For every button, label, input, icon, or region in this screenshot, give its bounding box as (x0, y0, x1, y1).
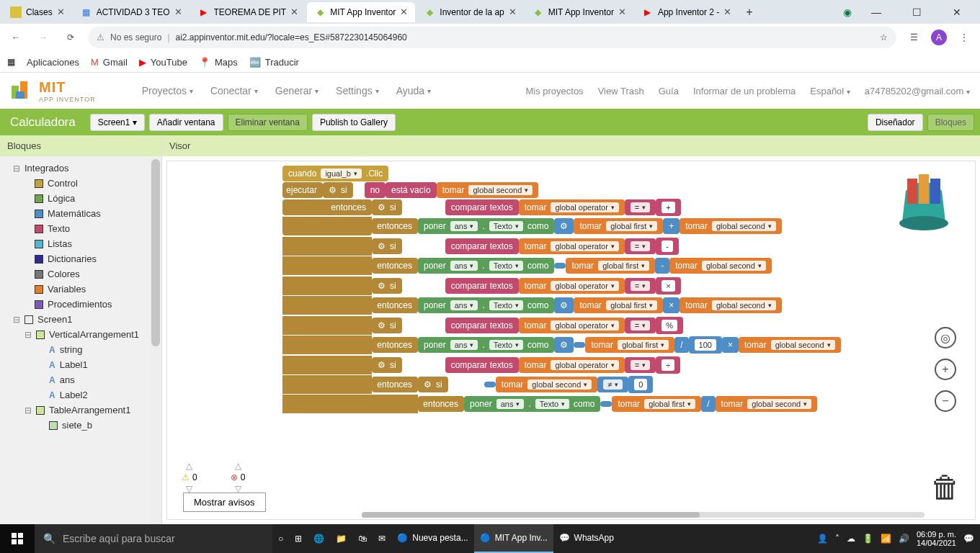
tree-ta[interactable]: ⊟TableArrangement1 (3, 403, 159, 418)
block-if[interactable]: ⚙ si (372, 278, 402, 294)
block-get[interactable]: tomar global operator (519, 278, 625, 294)
tab-mit-active[interactable]: ◆MIT App Inventor✕ (307, 2, 415, 22)
block-get[interactable]: tomar global operator (519, 238, 625, 254)
block-get[interactable]: tomar global second (437, 182, 539, 198)
block-then[interactable]: entonces (372, 218, 418, 234)
cat-logica[interactable]: Lógica (3, 191, 159, 206)
block-cmp[interactable] (484, 382, 496, 387)
reload-button[interactable]: ⟳ (61, 27, 81, 48)
tray-up-icon[interactable]: ˄ (835, 534, 839, 544)
menu-button[interactable]: ⋮ (954, 27, 974, 48)
block-math[interactable]: ⚙ (554, 218, 574, 234)
screen-select[interactable]: Screen1 ▾ (90, 114, 145, 131)
tray-notifications-icon[interactable]: 💬 (963, 534, 974, 544)
mit-logo[interactable]: MITAPP INVENTOR (10, 78, 96, 103)
block-math[interactable] (600, 401, 612, 407)
cat-proc[interactable]: Procedimientos (3, 297, 159, 312)
block-eq[interactable]: = (625, 199, 656, 215)
gear-icon[interactable]: ⚙ (329, 185, 337, 195)
tray-volume-icon[interactable]: 🔊 (899, 534, 909, 544)
close-icon[interactable]: ✕ (400, 6, 408, 17)
lang-select[interactable]: Español ▾ (810, 86, 850, 96)
block-stack[interactable]: cuando igual_b .Clic ejecutar ⚙ si no es… (282, 166, 841, 415)
close-icon[interactable]: ✕ (174, 6, 182, 17)
reading-list-icon[interactable]: ☰ (904, 27, 924, 48)
block-set[interactable]: poner ans. Texto como (418, 297, 554, 313)
taskbar-whatsapp[interactable]: 💬WhatsApp (553, 524, 620, 553)
block-compare[interactable]: comparar textos (445, 238, 519, 254)
show-warnings-button[interactable]: Mostrar avisos (183, 493, 266, 512)
tray-wifi-icon[interactable]: 📶 (881, 534, 891, 544)
edge-icon[interactable]: 🌐 (308, 524, 330, 553)
block-get[interactable]: tomar global operator (519, 318, 625, 333)
tab-mit2[interactable]: ◆MIT App Inventor✕ (525, 2, 633, 22)
user-email[interactable]: a74785202@gmail.com ▾ (865, 86, 970, 96)
block-get[interactable]: tomar global operator (519, 199, 625, 215)
tab-teorema[interactable]: ▶TEOREMA DE PIT✕ (191, 2, 306, 22)
block-eq[interactable]: = (625, 318, 656, 333)
block-when[interactable]: cuando igual_b .Clic (282, 166, 388, 181)
block-op[interactable]: / (701, 396, 715, 412)
block-then[interactable]: entonces (418, 396, 464, 412)
block-str[interactable]: - (656, 238, 679, 255)
cat-control[interactable]: Control (3, 176, 159, 191)
menu-proyectos[interactable]: Proyectos ▾ (142, 85, 193, 96)
gear-icon[interactable]: ⚙ (378, 202, 386, 212)
gear-icon[interactable]: ⚙ (378, 320, 386, 331)
close-icon[interactable]: ✕ (618, 6, 626, 17)
gear-icon[interactable]: ⚙ (378, 281, 386, 291)
close-icon[interactable]: ✕ (509, 6, 517, 17)
block-if[interactable]: ⚙ si (372, 357, 402, 373)
cortana-icon[interactable]: ○ (272, 524, 289, 553)
taskview-icon[interactable]: ⊞ (289, 524, 308, 553)
block-then[interactable]: entonces (282, 199, 372, 215)
backpack-icon[interactable] (884, 166, 963, 230)
block-op[interactable]: / (674, 337, 688, 353)
tray-battery-icon[interactable]: 🔋 (863, 534, 873, 544)
block-eq[interactable]: = (625, 238, 656, 254)
block-set[interactable]: poner ans. Texto como (464, 396, 600, 412)
tree-ans[interactable]: Aans (3, 372, 159, 387)
maximize-button[interactable]: ☐ (901, 1, 932, 23)
minimize-button[interactable]: — (860, 1, 892, 23)
block-set[interactable]: poner ans. Texto como (418, 218, 554, 234)
block-not[interactable]: no (365, 182, 386, 198)
cat-dict[interactable]: Dictionaries (3, 251, 159, 266)
close-icon[interactable]: ✕ (57, 6, 65, 17)
bookmark-gmail[interactable]: MGmail (91, 57, 128, 68)
block-get[interactable]: tomar global first (585, 337, 674, 353)
block-num[interactable]: 100 (689, 336, 722, 354)
gear-icon[interactable]: ⚙ (424, 379, 432, 390)
block-then[interactable]: entonces (372, 258, 418, 274)
zoom-out-button[interactable]: − (935, 390, 956, 412)
tree-label2[interactable]: ALabel2 (3, 387, 159, 403)
block-then[interactable]: entonces (372, 297, 418, 313)
tab-yt2[interactable]: ▶App Inventor 2 -✕ (635, 2, 739, 22)
taskbar-chrome[interactable]: 🔵Nueva pesta... (391, 524, 473, 553)
trash-icon[interactable]: 🗑 (930, 470, 961, 505)
block-get[interactable]: tomar global first (566, 258, 655, 274)
start-button[interactable] (0, 524, 35, 553)
block-get[interactable]: tomar global first (612, 396, 701, 412)
block-if[interactable]: ⚙ si (418, 377, 448, 392)
tab-inventor[interactable]: ◆Inventor de la ap✕ (416, 2, 523, 22)
block-op[interactable]: × (722, 337, 739, 353)
block-op[interactable]: + (663, 218, 680, 234)
block-op[interactable]: × (663, 297, 680, 313)
gear-icon[interactable]: ⚙ (560, 221, 568, 231)
block-get[interactable]: tomar global operator (519, 357, 625, 373)
block-op[interactable]: ≠ (597, 377, 628, 392)
tray-onedrive-icon[interactable]: ☁ (847, 534, 855, 544)
block-compare[interactable]: comparar textos (445, 357, 519, 373)
tray-clock[interactable]: 06:09 p. m.14/04/2021 (917, 530, 956, 547)
block-str[interactable]: + (656, 199, 680, 216)
block-get[interactable]: tomar global first (574, 218, 663, 234)
back-button[interactable]: ← (6, 27, 26, 48)
gear-icon[interactable]: ⚙ (378, 360, 386, 370)
mail-icon[interactable]: ✉ (373, 524, 391, 553)
tree-string[interactable]: Astring (3, 342, 159, 357)
gear-icon[interactable]: ⚙ (560, 300, 568, 310)
block-get[interactable]: tomar global second (680, 218, 782, 234)
close-icon[interactable]: ✕ (723, 6, 731, 17)
side-tree[interactable]: ⊟Integrados Control Lógica Matemáticas T… (0, 156, 161, 524)
